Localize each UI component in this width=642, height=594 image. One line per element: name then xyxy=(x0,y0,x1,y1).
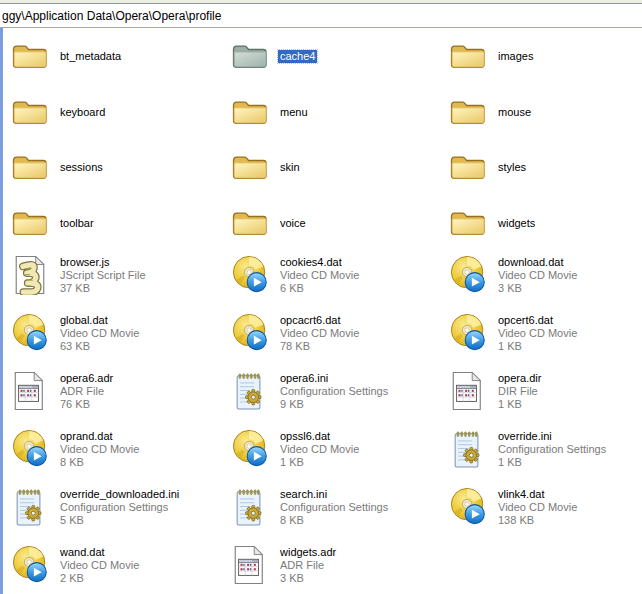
config-settings-icon[interactable] xyxy=(231,487,267,531)
file-item[interactable]: global.dat Video CD Movie 63 KB xyxy=(11,313,225,369)
item-name[interactable]: download.dat xyxy=(496,256,565,269)
file-item[interactable]: widgets.adr ADR File 3 KB xyxy=(231,545,445,594)
video-cd-icon[interactable] xyxy=(449,255,489,299)
file-item[interactable]: browser.js JScript Script File 37 KB xyxy=(11,255,225,311)
folder-item[interactable]: mouse xyxy=(449,96,642,152)
folder-icon[interactable] xyxy=(231,151,269,187)
item-name[interactable]: voice xyxy=(278,217,308,230)
item-name[interactable]: search.ini xyxy=(278,488,329,501)
item-name[interactable]: override_downloaded.ini xyxy=(58,488,181,501)
item-name[interactable]: menu xyxy=(278,106,310,119)
folder-item[interactable]: bt_metadata xyxy=(11,40,225,96)
file-item[interactable]: search.ini Configuration Settings 8 KB xyxy=(231,487,445,543)
folder-item[interactable]: menu xyxy=(231,96,445,152)
file-item[interactable]: download.dat Video CD Movie 3 KB xyxy=(449,255,642,311)
folder-item[interactable]: sessions xyxy=(11,151,225,207)
file-item[interactable]: opera.dir DIR File 1 KB xyxy=(449,371,642,427)
address-bar[interactable]: ggy\Application Data\Opera\Opera\profile xyxy=(0,4,642,28)
folder-icon[interactable] xyxy=(11,96,49,132)
address-file-icon[interactable] xyxy=(231,545,267,589)
item-name[interactable]: cache4 xyxy=(278,50,317,63)
folder-icon[interactable] xyxy=(231,207,269,243)
explorer-window: ggy\Application Data\Opera\Opera\profile… xyxy=(0,0,642,594)
config-settings-icon[interactable] xyxy=(11,487,47,531)
file-item[interactable]: opera6.ini Configuration Settings 9 KB xyxy=(231,371,445,427)
folder-icon[interactable] xyxy=(449,207,487,243)
video-cd-icon[interactable] xyxy=(231,429,271,473)
file-item[interactable]: cookies4.dat Video CD Movie 6 KB xyxy=(231,255,445,311)
item-type: Video CD Movie xyxy=(278,327,361,340)
item-name[interactable]: keyboard xyxy=(58,106,107,119)
item-name[interactable]: skin xyxy=(278,161,302,174)
address-file-icon[interactable] xyxy=(449,371,485,415)
file-item[interactable]: override.ini Configuration Settings 1 KB xyxy=(449,429,642,485)
folder-item[interactable]: skin xyxy=(231,151,445,207)
item-name[interactable]: opera6.ini xyxy=(278,372,330,385)
item-name[interactable]: override.ini xyxy=(496,430,554,443)
folder-item[interactable]: styles xyxy=(449,151,642,207)
video-cd-icon[interactable] xyxy=(11,429,51,473)
item-type: DIR File xyxy=(496,385,540,398)
item-name[interactable]: mouse xyxy=(496,106,533,119)
item-type: Configuration Settings xyxy=(496,443,608,456)
video-cd-icon[interactable] xyxy=(449,313,489,357)
item-name[interactable]: bt_metadata xyxy=(58,50,123,63)
video-cd-icon[interactable] xyxy=(231,255,271,299)
item-size: 9 KB xyxy=(278,398,306,411)
file-item[interactable]: oprand.dat Video CD Movie 8 KB xyxy=(11,429,225,485)
folder-icon[interactable] xyxy=(449,151,487,187)
jscript-icon[interactable] xyxy=(11,255,49,299)
video-cd-icon[interactable] xyxy=(11,545,51,589)
folder-icon[interactable] xyxy=(449,40,487,76)
item-name[interactable]: images xyxy=(496,50,535,63)
folder-icon[interactable] xyxy=(231,96,269,132)
item-size: 3 KB xyxy=(496,282,524,295)
item-name[interactable]: opcacrt6.dat xyxy=(278,314,343,327)
item-name[interactable]: toolbar xyxy=(58,217,96,230)
item-name[interactable]: styles xyxy=(496,161,528,174)
file-item[interactable]: opera6.adr ADR File 76 KB xyxy=(11,371,225,427)
config-settings-icon[interactable] xyxy=(449,429,485,473)
item-name[interactable]: widgets.adr xyxy=(278,546,338,559)
file-item[interactable]: opcert6.dat Video CD Movie 1 KB xyxy=(449,313,642,369)
item-size: 1 KB xyxy=(496,456,524,469)
folder-icon[interactable] xyxy=(11,40,49,76)
item-name[interactable]: wand.dat xyxy=(58,546,107,559)
item-type: Configuration Settings xyxy=(58,501,170,514)
item-name[interactable]: browser.js xyxy=(58,256,112,269)
address-file-icon[interactable] xyxy=(11,371,47,415)
folder-item[interactable]: images xyxy=(449,40,642,96)
file-item[interactable]: wand.dat Video CD Movie 2 KB xyxy=(11,545,225,594)
item-size: 3 KB xyxy=(278,572,306,585)
folder-selected-icon[interactable] xyxy=(231,40,269,76)
item-name[interactable]: global.dat xyxy=(58,314,110,327)
item-size: 138 KB xyxy=(496,514,536,527)
video-cd-icon[interactable] xyxy=(11,313,51,357)
item-name[interactable]: vlink4.dat xyxy=(496,488,546,501)
item-size: 2 KB xyxy=(58,572,86,585)
folder-icon[interactable] xyxy=(449,96,487,132)
item-size: 6 KB xyxy=(278,282,306,295)
file-item[interactable]: override_downloaded.ini Configuration Se… xyxy=(11,487,225,543)
folder-item[interactable]: keyboard xyxy=(11,96,225,152)
item-name[interactable]: widgets xyxy=(496,217,537,230)
item-name[interactable]: sessions xyxy=(58,161,105,174)
item-name[interactable]: opera6.adr xyxy=(58,372,115,385)
item-name[interactable]: opcert6.dat xyxy=(496,314,555,327)
file-list-area[interactable]: bt_metadata cache4 images keyboard xyxy=(0,28,642,594)
item-size: 5 KB xyxy=(58,514,86,527)
item-name[interactable]: cookies4.dat xyxy=(278,256,344,269)
file-item[interactable]: vlink4.dat Video CD Movie 138 KB xyxy=(449,487,642,543)
item-name[interactable]: oprand.dat xyxy=(58,430,115,443)
config-settings-icon[interactable] xyxy=(231,371,267,415)
folder-item[interactable]: cache4 xyxy=(231,40,445,96)
item-name[interactable]: opera.dir xyxy=(496,372,543,385)
file-item[interactable]: opssl6.dat Video CD Movie 1 KB xyxy=(231,429,445,485)
folder-icon[interactable] xyxy=(11,207,49,243)
video-cd-icon[interactable] xyxy=(231,313,271,357)
item-name[interactable]: opssl6.dat xyxy=(278,430,332,443)
folder-icon[interactable] xyxy=(11,151,49,187)
file-item[interactable]: opcacrt6.dat Video CD Movie 78 KB xyxy=(231,313,445,369)
item-type: Configuration Settings xyxy=(278,385,390,398)
video-cd-icon[interactable] xyxy=(449,487,489,531)
